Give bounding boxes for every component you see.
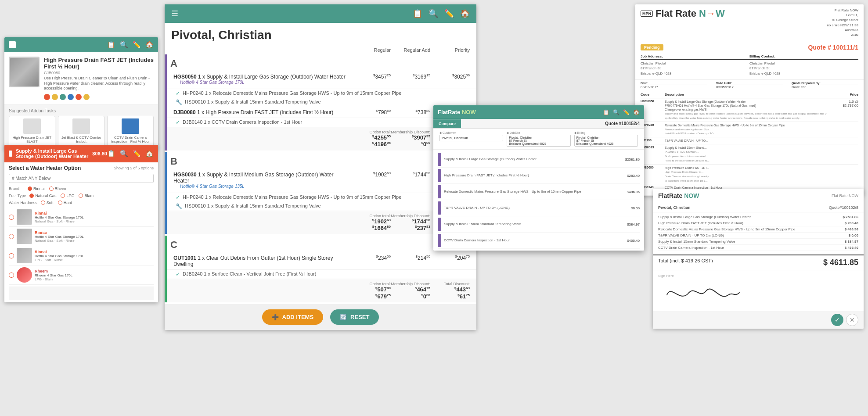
sub-item-djb0140: ✓ DJB0140 1 x CCTV Drain Camera Inspecti… xyxy=(167,118,476,127)
option-label-b: B xyxy=(167,152,476,169)
left-panel-top: 📋 🔍 ✏️ 🏠 High Pressure Drain FAST JET (I… xyxy=(4,37,158,150)
lp2-title-area: Supply & Install Large Gas Storage (Outd… xyxy=(9,148,92,159)
reset-icon: 🔄 xyxy=(340,314,347,320)
billing-val: Christian Pivotal87 French StBrisbane QL… xyxy=(749,61,858,76)
compare-tab[interactable]: Compare xyxy=(433,119,461,128)
filter-soft[interactable]: Soft xyxy=(41,201,54,205)
filter-blam[interactable]: Blam xyxy=(79,194,94,198)
heater-info-1: Rinnai Hotflo 4 Star Gas Storage 170L Na… xyxy=(35,211,154,223)
color-dot-2[interactable] xyxy=(52,94,58,100)
rp2-color-a3 xyxy=(438,185,441,198)
reset-button[interactable]: 🔄 RESET xyxy=(330,309,379,325)
filter-hard[interactable]: Hard xyxy=(58,201,72,205)
lp2-home-icon[interactable]: 🏠 xyxy=(145,150,154,158)
check-icon-c1: ✓ xyxy=(176,271,180,277)
confirm-button[interactable]: ✓ xyxy=(831,314,843,326)
col-regular-add: Regular Add xyxy=(391,47,430,53)
quote-address: Flat Rate NOWLevel 1,70 George Streetno … xyxy=(827,8,858,37)
qt-row-hhp0240: HHP0240 Relocate Domestic Mains Pressure… xyxy=(641,122,858,138)
filter-hardness: Water Hardness Soft Hard xyxy=(9,201,154,205)
search-icon-left[interactable]: 🔍 xyxy=(120,41,128,49)
rp3-logo: FlatRate NOW xyxy=(658,192,699,199)
valid-item: Valid Until: 03/05/2017 xyxy=(716,82,783,89)
back-btn[interactable] xyxy=(9,41,16,48)
item-title: High Pressure Drain FAST JET (Includes F… xyxy=(44,57,154,70)
whs-header: Select a Water Heater Option Showing 5 o… xyxy=(9,165,154,171)
edit-icon[interactable]: ✏️ xyxy=(444,9,454,18)
line-item-hgs0050: HGS0050 1 x Supply & Install Large Gas S… xyxy=(167,71,476,89)
check-icon-2: ✓ xyxy=(176,119,180,126)
add-items-button[interactable]: ➕ ADD ITEMS xyxy=(262,309,324,325)
rp2-header: FlatRate NOW 📋 🔍 ✏️ 🏠 xyxy=(433,105,644,119)
heater-item-4[interactable]: Rheem Rheem 4 Star Gas 170L LPG · Blam xyxy=(9,265,154,285)
suggested-item-2[interactable]: Jet Blast & CCTV Combo - Includ... xyxy=(58,116,104,146)
heater-radio-4[interactable] xyxy=(9,273,14,278)
color-dot-4[interactable] xyxy=(68,94,74,100)
color-dot-1[interactable] xyxy=(44,94,50,100)
rp2-item-1: Supply & Install Large Gas Storage (Outd… xyxy=(438,151,640,168)
lp2-price: $06.80 xyxy=(92,151,107,156)
item-desc-djb0080: DJB0080 1 x High Pressure Drain FAST JET… xyxy=(173,109,347,115)
hamburger-icon[interactable]: ☰ xyxy=(171,9,178,18)
rp3-row-5: Supply & Install 15mm Standard Tempering… xyxy=(658,239,858,245)
filter-rheem[interactable]: Rheem xyxy=(49,186,68,191)
main-header-left: ☰ xyxy=(171,9,178,18)
rp2-billing-field: ◆ Billing Pivotal, Christian87 French St… xyxy=(573,130,640,147)
add-items-label: ADD ITEMS xyxy=(282,314,314,320)
sub-item-c-djb0240: ✓ DJB0240 1 x Surface Clean - Vertical J… xyxy=(167,270,476,279)
rp2-edit-icon[interactable]: ✏️ xyxy=(623,109,630,115)
filter-ng[interactable]: Natural Gas xyxy=(29,194,56,198)
edit-icon-left[interactable]: ✏️ xyxy=(133,41,141,49)
search-icon[interactable]: 🔍 xyxy=(429,9,438,18)
lp2-edit-icon[interactable]: ✏️ xyxy=(133,150,141,158)
rp3-row-6: CCTV Drain Camera Inspection - 1st Hour … xyxy=(658,245,858,251)
rp2-logo: FlatRate NOW xyxy=(438,109,476,115)
filter-fuel: Fuel Type Natural Gas LPG Blam xyxy=(9,194,154,198)
col-price: Price xyxy=(832,93,858,97)
col-code: Code xyxy=(641,93,665,97)
filter-lpg[interactable]: LPG xyxy=(61,194,74,198)
heater-radio-3[interactable] xyxy=(9,253,14,258)
rp3-total-label: Total (incl. $ 419.26 GST) xyxy=(658,258,713,267)
whs-search-input[interactable] xyxy=(9,174,154,183)
home-icon[interactable]: 🏠 xyxy=(460,9,470,18)
lp2-header: Supply & Install Large Gas Storage (Outd… xyxy=(4,145,158,162)
heater-item-3[interactable]: Rinnai Hotflo 4 Star Gas Storage 170L LP… xyxy=(9,246,154,265)
rp2-home-icon[interactable]: 🏠 xyxy=(633,109,640,115)
qt-header: Code Description Price xyxy=(641,91,858,98)
main-header-right: 📋 🔍 ✏️ 🏠 xyxy=(413,9,470,18)
rp2-billing-label: ◆ Billing xyxy=(574,131,638,135)
lp2-back-btn[interactable] xyxy=(9,151,12,157)
heater-radio-1[interactable] xyxy=(9,215,14,220)
color-dot-5[interactable] xyxy=(76,94,82,100)
suggested-item-1[interactable]: High Pressure Drain JET BLAST xyxy=(9,116,55,146)
home-icon-left[interactable]: 🏠 xyxy=(145,41,154,49)
color-dot-6[interactable] xyxy=(83,94,90,100)
item-desc-a1: HGS0050 1 x Supply & Install Large Gas S… xyxy=(173,74,347,80)
rp3-footer-buttons: ✓ ✕ xyxy=(653,311,864,329)
left-panel-bottom: Supply & Install Large Gas Storage (Outd… xyxy=(4,145,158,302)
filter-rinnai[interactable]: Rinnai xyxy=(28,186,45,191)
date-val: 03/03/2017 xyxy=(641,85,707,89)
sub-item-b-hhp0240: ✓ HHP0240 1 x Relocate Domestic Mains Pr… xyxy=(167,193,476,202)
heater-item-2[interactable]: Rinnai Hotflo 4 Star Gas Storage 170L Na… xyxy=(9,227,154,246)
close-invoice-button[interactable]: ✕ xyxy=(846,314,858,326)
heater-item-1[interactable]: Rinnai Hotflo 4 Star Gas Storage 170L Na… xyxy=(9,208,154,227)
rp2-notes-icon[interactable]: 📋 xyxy=(603,109,609,115)
qt-row-djb0080: DJB0080 High Pressure Drain FAST JET...H… xyxy=(641,165,858,184)
item-desc-hgs0030: HGS0030 1 x Supply & Install Medium Gas … xyxy=(173,172,347,184)
notes-icon[interactable]: 📋 xyxy=(413,9,422,18)
color-dot-3[interactable] xyxy=(60,94,66,100)
filter-brand: Brand Rinnai Rheem xyxy=(9,186,154,191)
rp3-row-3: Relocate Domestic Mains Pressure Gas Sto… xyxy=(658,226,858,233)
lp2-search-icon[interactable]: 🔍 xyxy=(120,150,128,158)
option-section-b: B HGS0030 1 x Supply & Install Medium Ga… xyxy=(165,152,476,234)
rp2-desc-2: High Pressure Drain FAST JET (Includes F… xyxy=(444,173,613,178)
lp2-notes-icon[interactable]: 📋 xyxy=(107,150,115,158)
lp2-title: Supply & Install Large Gas Storage (Outd… xyxy=(16,148,92,159)
rp2-search-icon[interactable]: 🔍 xyxy=(613,109,619,115)
wrench-icon-b1: 🔧 xyxy=(176,203,182,209)
suggested-item-3[interactable]: CCTV Drain Camera Inspection - First ½ H… xyxy=(107,116,154,146)
notes-icon-left[interactable]: 📋 xyxy=(107,41,115,49)
heater-radio-2[interactable] xyxy=(9,234,14,239)
